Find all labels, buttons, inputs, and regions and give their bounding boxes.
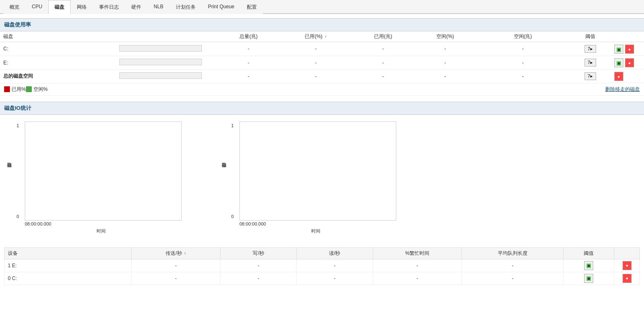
disk-free-pct: - [414, 42, 476, 56]
disk-used-pct: - [279, 56, 352, 69]
expand-button[interactable]: ▣ [614, 58, 623, 67]
io-device: 0 C: [5, 272, 132, 285]
io-status-cell: ● [614, 272, 640, 285]
disk-io-title: 磁盘IO统计 [4, 105, 31, 111]
disk-actions: ▣ ● [611, 42, 644, 56]
disk-usage-row: E: - - - - - 7▸ ▣ ● [0, 56, 644, 69]
io-threshold-cell: ▣ [564, 272, 614, 285]
disk-threshold-cell: 7▸ [569, 56, 611, 69]
tab-network[interactable]: 网络 [71, 0, 93, 14]
disk-progress-bar [104, 56, 218, 69]
io-stats-row: 1 E: - - - - - ▣ ● [5, 259, 640, 272]
disk-total: - [218, 56, 279, 69]
tab-overview[interactable]: 概览 [3, 0, 26, 14]
disk-name: C: [0, 42, 104, 56]
col-free-pct: 空闲(%) [414, 31, 476, 42]
io-reads: - [296, 272, 373, 285]
iocol-transfers: 传送/秒 ↑ [131, 247, 220, 259]
chart1-box [25, 121, 182, 221]
disk-used-pct: - [279, 69, 352, 83]
disk-usage-table: 磁盘 总量(兆) 已用(%) ↑ 已用(兆) 空闲(%) 空闲(兆) 阈值 C:… [0, 31, 644, 83]
io-stats-section: 设备 传送/秒 ↑ 写/秒 读/秒 %繁忙时间 平均队列长度 阈值 1 E: -… [0, 234, 644, 289]
chart1-y-top: 1 [17, 123, 19, 128]
sort-transfers-icon[interactable]: ↑ [184, 251, 186, 256]
legend-free-box [26, 86, 32, 92]
disk-free-gb: - [476, 56, 570, 69]
iocol-device: 设备 [5, 247, 132, 259]
col-threshold: 阈值 [569, 31, 611, 42]
io-writes: - [220, 259, 297, 272]
iocol-threshold: 阈值 [564, 247, 614, 259]
tab-hardware[interactable]: 硬件 [125, 0, 147, 14]
io-transfers: - [131, 272, 220, 285]
tab-config[interactable]: 配置 [241, 0, 263, 14]
disk-used-gb: - [352, 42, 414, 56]
remove-disk-link[interactable]: 删除移走的磁盘 [605, 86, 640, 93]
threshold-button[interactable]: 7▸ [585, 59, 596, 66]
io-busy: - [373, 259, 462, 272]
alert-status-button[interactable]: ● [625, 58, 634, 67]
alert-status-button[interactable]: ● [614, 72, 623, 81]
disk-name: E: [0, 56, 104, 69]
col-disk: 磁盘 [0, 31, 104, 42]
iocol-writes: 写/秒 [220, 247, 297, 259]
io-alert-button[interactable]: ● [623, 261, 632, 270]
io-avgqueue: - [462, 259, 564, 272]
chart1-x-label: 时间 [25, 228, 178, 234]
io-stats-row: 0 C: - - - - - ▣ ● [5, 272, 640, 285]
io-busy: - [373, 272, 462, 285]
sort-used-pct-icon[interactable]: ↑ [324, 34, 327, 39]
col-used-gb: 已用(兆) [352, 31, 414, 42]
alert-status-button[interactable]: ● [625, 45, 634, 54]
io-transfers: - [131, 259, 220, 272]
col-total: 总量(兆) [218, 31, 279, 42]
col-free-gb: 空闲(兆) [476, 31, 570, 42]
io-chart-2: 1 每秒读写数 0 08:00:00.000 时间 [219, 121, 392, 234]
chart2-box [239, 121, 396, 221]
io-threshold-cell: ▣ [564, 259, 614, 272]
threshold-button[interactable]: 7▸ [585, 45, 596, 53]
tab-eventlog[interactable]: 事件日志 [93, 0, 125, 14]
io-stats-table: 设备 传送/秒 ↑ 写/秒 读/秒 %繁忙时间 平均队列长度 阈值 1 E: -… [4, 247, 640, 285]
disk-total: - [218, 42, 279, 56]
iocol-avgqueue: 平均队列长度 [462, 247, 564, 259]
io-device: 1 E: [5, 259, 132, 272]
iocol-reads: 读/秒 [296, 247, 373, 259]
legend-used-box [4, 86, 10, 92]
threshold-button[interactable]: 7▸ [585, 72, 596, 80]
legend-free: 空闲% [26, 86, 48, 93]
tab-nlb[interactable]: NLB [147, 0, 169, 14]
disk-progress-bar [104, 42, 218, 56]
legend-free-label: 空闲% [33, 86, 48, 93]
tab-cpu[interactable]: CPU [26, 0, 48, 14]
io-charts-area: 1 每秒读写数 0 08:00:00.000 时间 1 每秒读写数 0 08:0… [0, 115, 644, 234]
disk-progress-bar [104, 69, 218, 83]
disk-free-gb: - [476, 42, 570, 56]
tab-scheduled[interactable]: 计划任务 [170, 0, 202, 14]
disk-threshold-cell: 7▸ [569, 42, 611, 56]
disk-free-pct: - [414, 69, 476, 83]
disk-usage-row: 总的磁盘空间 - - - - - 7▸ ● [0, 69, 644, 83]
io-expand-button[interactable]: ▣ [584, 261, 593, 270]
col-progress [104, 31, 218, 42]
disk-actions: ● [611, 69, 644, 83]
disk-io-section-header: 磁盘IO统计 [0, 102, 644, 115]
tab-bar: 概览CPU磁盘网络事件日志硬件NLB计划任务Print Queue配置 [0, 0, 644, 14]
iocol-busy: %繁忙时间 [373, 247, 462, 259]
tab-disk[interactable]: 磁盘 [48, 0, 71, 14]
io-chart-1: 1 每秒读写数 0 08:00:00.000 时间 [4, 121, 178, 234]
io-status-cell: ● [614, 259, 640, 272]
expand-button[interactable]: ▣ [614, 45, 623, 54]
disk-name: 总的磁盘空间 [0, 69, 104, 83]
disk-usage-row: C: - - - - - 7▸ ▣ ● [0, 42, 644, 56]
disk-legend-row: 已用% 空闲% 删除移走的磁盘 [0, 83, 644, 96]
io-expand-button[interactable]: ▣ [584, 274, 593, 283]
io-alert-button[interactable]: ● [623, 274, 632, 283]
io-avgqueue: - [462, 272, 564, 285]
io-reads: - [296, 259, 373, 272]
disk-free-gb: - [476, 69, 570, 83]
tab-printqueue[interactable]: Print Queue [202, 0, 241, 14]
legend-used-label: 已用% [12, 86, 26, 93]
disk-free-pct: - [414, 56, 476, 69]
disk-actions: ▣ ● [611, 56, 644, 69]
